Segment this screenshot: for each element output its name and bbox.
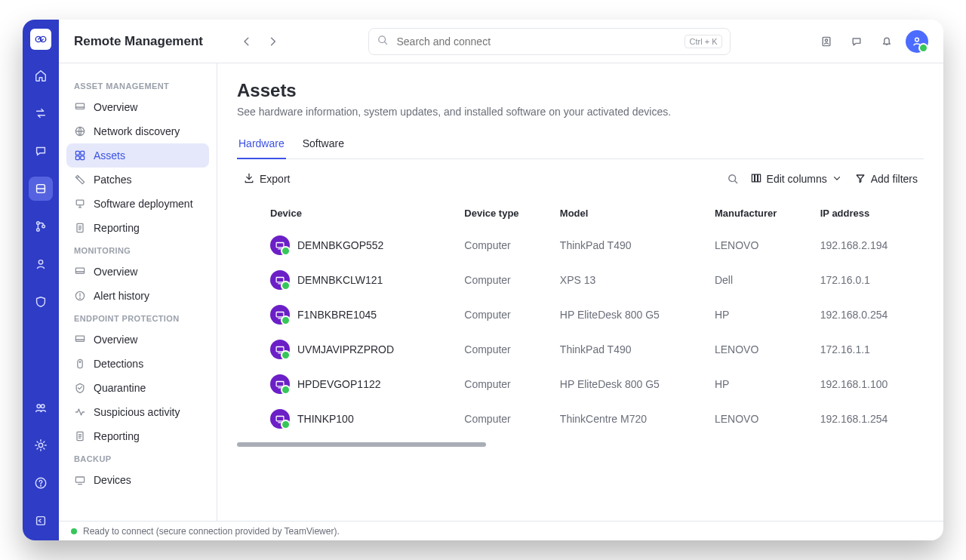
rail-home[interactable] <box>29 63 53 88</box>
sidebar-item-detections[interactable]: Detections <box>66 352 209 376</box>
sidebar-item-overview[interactable]: Overview <box>66 95 209 119</box>
sidebar-item-alert-history[interactable]: Alert history <box>66 284 209 308</box>
rail-users[interactable] <box>29 395 53 420</box>
sidebar-item-label: Devices <box>94 474 131 486</box>
device-type: Computer <box>455 402 551 436</box>
tab-hardware[interactable]: Hardware <box>237 131 286 158</box>
table-row[interactable]: DEMNBKCLW121ComputerXPS 13Dell172.16.0.1 <box>237 263 924 297</box>
sidebar-item-network-discovery[interactable]: Network discovery <box>66 119 209 143</box>
rail-chat[interactable] <box>29 139 53 163</box>
device-ip: 172.16.0.1 <box>811 263 924 297</box>
filter-icon <box>854 172 866 186</box>
device-manufacturer: LENOVO <box>706 332 811 367</box>
deploy-icon <box>74 198 86 210</box>
assets-table-wrap[interactable]: DeviceDevice typeModelManufacturerIP add… <box>237 198 924 521</box>
section-title: MONITORING <box>66 240 209 260</box>
rail-workflows[interactable] <box>29 214 53 238</box>
column-header[interactable]: Device <box>237 198 455 228</box>
export-label: Export <box>260 173 290 185</box>
search-box[interactable]: Ctrl + K <box>368 28 731 55</box>
section-title: BACKUP <box>66 448 209 468</box>
device-ip: 192.168.1.254 <box>811 402 924 436</box>
sidebar-item-label: Quarantine <box>94 382 146 394</box>
nav-forward-button[interactable] <box>262 30 285 53</box>
detection-icon <box>74 358 86 370</box>
horizontal-scrollbar[interactable] <box>237 442 504 448</box>
sidebar-item-software-deployment[interactable]: Software deployment <box>66 192 209 216</box>
page-subtitle: See hardware information, system updates… <box>237 106 924 118</box>
sidebar-item-patches[interactable]: Patches <box>66 168 209 192</box>
sidebar-item-suspicious-activity[interactable]: Suspicious activity <box>66 400 209 424</box>
tab-software[interactable]: Software <box>301 131 346 158</box>
sidebar-item-label: Overview <box>94 266 137 278</box>
device-model: ThinkCentre M720 <box>551 402 706 436</box>
dashboard-icon <box>74 334 86 346</box>
sidebar-item-overview[interactable]: Overview <box>66 328 209 352</box>
messages-button[interactable] <box>845 30 868 53</box>
device-manufacturer: HP <box>706 297 811 332</box>
device-name: DEMNBKCLW121 <box>297 274 383 286</box>
device-ip: 192.168.1.100 <box>811 367 924 402</box>
column-header[interactable]: Manufacturer <box>706 198 811 228</box>
device-model: ThinkPad T490 <box>551 228 706 263</box>
device-manufacturer: Dell <box>706 263 811 297</box>
activity-icon <box>74 406 86 418</box>
sidebar-item-overview[interactable]: Overview <box>66 260 209 284</box>
quarantine-icon <box>74 382 86 394</box>
sidebar-item-reporting[interactable]: Reporting <box>66 424 209 448</box>
rail-connections[interactable] <box>29 101 53 125</box>
device-type: Computer <box>455 332 551 367</box>
sidebar-item-label: Software deployment <box>94 198 193 210</box>
edit-columns-button[interactable]: Edit columns <box>744 168 848 191</box>
sidebar-item-assets[interactable]: Assets <box>66 143 209 168</box>
sidebar-item-label: Reporting <box>94 222 140 234</box>
table-row[interactable]: THINKP100ComputerThinkCentre M720LENOVO1… <box>237 402 924 436</box>
grid-icon <box>74 149 86 162</box>
rail-support[interactable] <box>29 252 53 276</box>
status-bar: Ready to connect (secure connection prov… <box>59 521 943 540</box>
notifications-button[interactable] <box>875 30 898 53</box>
table-search-button[interactable] <box>721 168 744 190</box>
export-icon <box>243 172 255 186</box>
search-shortcut: Ctrl + K <box>685 35 723 48</box>
table-row[interactable]: F1NBKBRE1045ComputerHP EliteDesk 800 G5H… <box>237 297 924 332</box>
device-icon <box>270 270 290 290</box>
table-row[interactable]: HPDEVGOP1122ComputerHP EliteDesk 800 G5H… <box>237 367 924 402</box>
search-icon <box>377 34 389 48</box>
device-type: Computer <box>455 263 551 297</box>
device-icon <box>270 374 290 394</box>
column-header[interactable]: Model <box>551 198 706 228</box>
add-filters-button[interactable]: Add filters <box>848 168 924 191</box>
nav-back-button[interactable] <box>236 30 259 53</box>
search-input[interactable] <box>395 35 678 48</box>
sidebar-item-devices[interactable]: Devices <box>66 468 209 492</box>
device-manufacturer: LENOVO <box>706 402 811 436</box>
device-ip: 192.168.0.254 <box>811 297 924 332</box>
device-icon <box>270 305 290 325</box>
device-model: HP EliteDesk 800 G5 <box>551 367 706 402</box>
rail-help[interactable] <box>29 471 53 495</box>
export-button[interactable]: Export <box>237 168 296 191</box>
device-model: HP EliteDesk 800 G5 <box>551 297 706 332</box>
table-row[interactable]: UVMJAVIPRZPRODComputerThinkPad T490LENOV… <box>237 332 924 367</box>
sidebar-item-reporting[interactable]: Reporting <box>66 216 209 240</box>
rail-settings[interactable] <box>29 433 53 457</box>
device-type: Computer <box>455 228 551 263</box>
user-avatar[interactable] <box>906 30 928 53</box>
device-name: UVMJAVIPRZPROD <box>297 343 394 355</box>
contacts-button[interactable] <box>815 30 838 53</box>
sidebar-item-label: Patches <box>94 174 132 186</box>
rail-exit[interactable] <box>29 509 53 533</box>
page-title: Assets <box>237 80 924 101</box>
rail-remote-mgmt[interactable] <box>29 177 53 201</box>
device-ip: 192.168.2.194 <box>811 228 924 263</box>
table-row[interactable]: DEMNBKGOP552ComputerThinkPad T490LENOVO1… <box>237 228 924 263</box>
device-model: ThinkPad T490 <box>551 332 706 367</box>
tabs: HardwareSoftware <box>237 131 924 159</box>
column-header[interactable]: IP address <box>811 198 924 228</box>
device-type: Computer <box>455 297 551 332</box>
top-bar: Remote Management Ctrl + K <box>59 20 943 63</box>
sidebar-item-quarantine[interactable]: Quarantine <box>66 376 209 400</box>
rail-security[interactable] <box>29 290 53 314</box>
column-header[interactable]: Device type <box>455 198 551 228</box>
